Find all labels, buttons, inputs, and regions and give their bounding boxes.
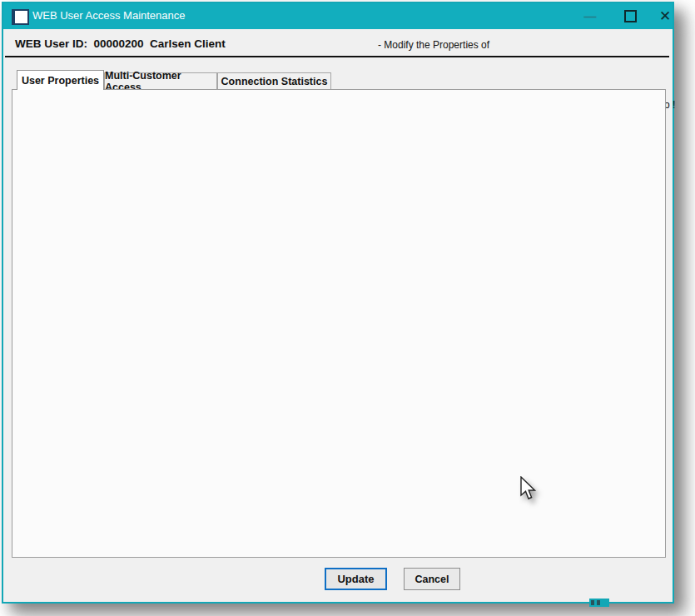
window-form-icon: [12, 9, 29, 25]
update-button[interactable]: Update: [325, 568, 387, 590]
maximize-button[interactable]: [616, 3, 644, 29]
modify-properties-label: - Modify the Properties of: [378, 39, 489, 51]
window-title: WEB User Access Maintenance: [32, 9, 186, 22]
maximize-icon: [624, 10, 637, 22]
tab-user-properties[interactable]: User Properties: [17, 70, 104, 90]
web-user-access-maintenance-window: WEB User Access Maintenance — ✕ WEB User…: [2, 2, 674, 604]
minimize-button[interactable]: —: [576, 3, 604, 29]
mouse-cursor: [519, 476, 539, 501]
close-button[interactable]: ✕: [651, 3, 679, 29]
tab-connection-statistics[interactable]: Connection Statistics: [217, 72, 331, 90]
web-user-id-header: WEB User ID: 00000200 Carlsen Client: [15, 37, 226, 50]
tab-multi-customer-access[interactable]: Multi-Customer Access: [104, 72, 217, 90]
user-properties-panel: [12, 89, 666, 558]
title-bar[interactable]: WEB User Access Maintenance — ✕: [3, 3, 673, 29]
cancel-button[interactable]: Cancel: [404, 568, 460, 590]
background-window-fragment: [589, 599, 609, 607]
header-divider: [5, 56, 669, 57]
screen: WEB User Access Maintenance — ✕ WEB User…: [0, 0, 695, 616]
